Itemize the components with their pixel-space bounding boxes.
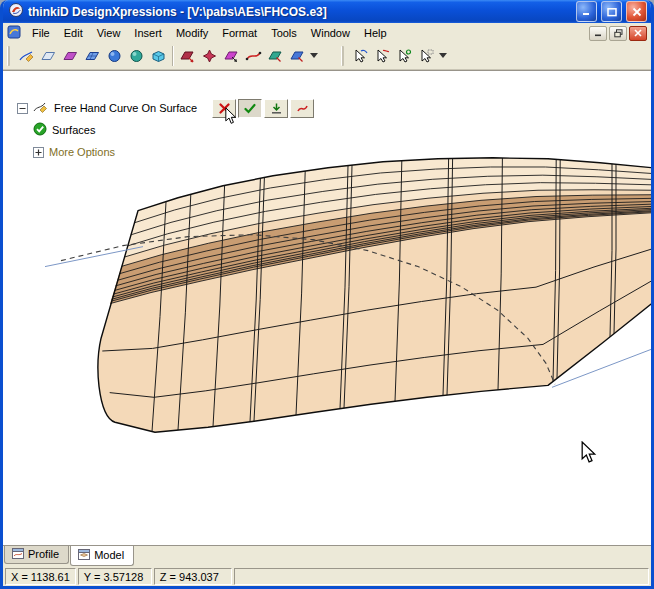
select-point-tool-icon[interactable] [393,45,415,67]
app-icon [8,2,24,22]
status-empty-panel [234,568,649,585]
status-z-coordinate: Z = 943.037 [154,568,232,585]
plane-surface-icon[interactable] [37,45,59,67]
document-icon [7,25,21,41]
expand-icon[interactable] [33,147,44,158]
modify-curve-icon[interactable] [242,45,264,67]
mdi-minimize-button[interactable] [589,26,607,41]
accept-button[interactable] [238,99,262,118]
menu-tools[interactable]: Tools [264,25,304,41]
status-x-coordinate: X = 1138.61 [5,568,76,585]
surfaces-label: Surfaces [52,124,95,136]
titlebar[interactable]: thinkiD DesignXpressions - [V:\pabs\AEs\… [3,0,651,23]
menu-modify[interactable]: Modify [169,25,215,41]
more-options-label[interactable]: More Options [49,146,115,158]
menu-help[interactable]: Help [357,25,394,41]
edit-curve-button[interactable] [290,99,314,118]
mesh-surface-icon[interactable] [81,45,103,67]
tab-model-label: Model [94,549,124,561]
menu-insert[interactable]: Insert [127,25,169,41]
sheet-tabbar: Profile Model [3,545,651,566]
small-cursor-icon [225,107,238,125]
profile-tab-icon [12,548,24,561]
modify-surface-red-icon[interactable] [176,45,198,67]
modify-star-icon[interactable] [198,45,220,67]
tree-row-freehand-curve: Free Hand Curve On Surface [17,97,314,119]
command-panel: Free Hand Curve On Surface Surfaces More… [17,97,314,163]
viewport[interactable]: Free Hand Curve On Surface Surfaces More… [3,70,651,545]
tree-row-surfaces: Surfaces [17,119,314,141]
modify-magenta-icon[interactable] [220,45,242,67]
toolbar-separator [172,46,173,66]
modify-teal-icon[interactable] [264,45,286,67]
sketch-on-surface-tool-icon[interactable] [415,45,437,67]
menu-view[interactable]: View [90,25,128,41]
tree-row-more-options: More Options [17,141,314,163]
status-y-coordinate: Y = 3.57128 [78,568,152,585]
close-button[interactable] [626,1,647,22]
menu-format[interactable]: Format [215,25,264,41]
patch-magenta-icon[interactable] [59,45,81,67]
menu-file[interactable]: File [25,25,57,41]
sphere-blue-icon[interactable] [103,45,125,67]
box-solid-icon[interactable] [147,45,169,67]
sketch-curve-icon[interactable] [15,45,37,67]
toolbar-grip[interactable] [7,46,10,66]
tab-model[interactable]: Model [70,546,134,566]
main-toolbar [3,43,651,70]
select-curve-tool-icon[interactable] [349,45,371,67]
statusbar: X = 1138.61 Y = 3.57128 Z = 943.037 [3,566,651,586]
menubar: File Edit View Insert Modify Format Tool… [3,23,651,43]
toolbar-dropdown-icon[interactable] [308,45,320,67]
model-tab-icon [78,549,90,562]
mdi-restore-button[interactable] [609,26,627,41]
tab-profile[interactable]: Profile [4,546,69,564]
freehand-curve-icon [33,100,49,117]
menu-edit[interactable]: Edit [57,25,90,41]
select-dropdown-icon[interactable] [437,45,449,67]
mouse-cursor-icon [581,441,598,464]
surfaces-check-icon [33,122,47,138]
mdi-close-button[interactable] [629,26,647,41]
maximize-button[interactable] [601,1,622,22]
collapse-icon[interactable] [17,103,28,114]
apply-button[interactable] [264,99,288,118]
app-window: thinkiD DesignXpressions - [V:\pabs\AEs\… [0,0,654,589]
select-mesh-tool-icon[interactable] [371,45,393,67]
menu-window[interactable]: Window [304,25,357,41]
sphere-teal-icon[interactable] [125,45,147,67]
window-title: thinkiD DesignXpressions - [V:\pabs\AEs\… [28,5,572,19]
toolbar-grip-2[interactable] [341,46,344,66]
tab-profile-label: Profile [28,548,59,560]
modify-blue-icon[interactable] [286,45,308,67]
minimize-button[interactable] [576,1,597,22]
panel-header: Free Hand Curve On Surface [54,102,197,114]
